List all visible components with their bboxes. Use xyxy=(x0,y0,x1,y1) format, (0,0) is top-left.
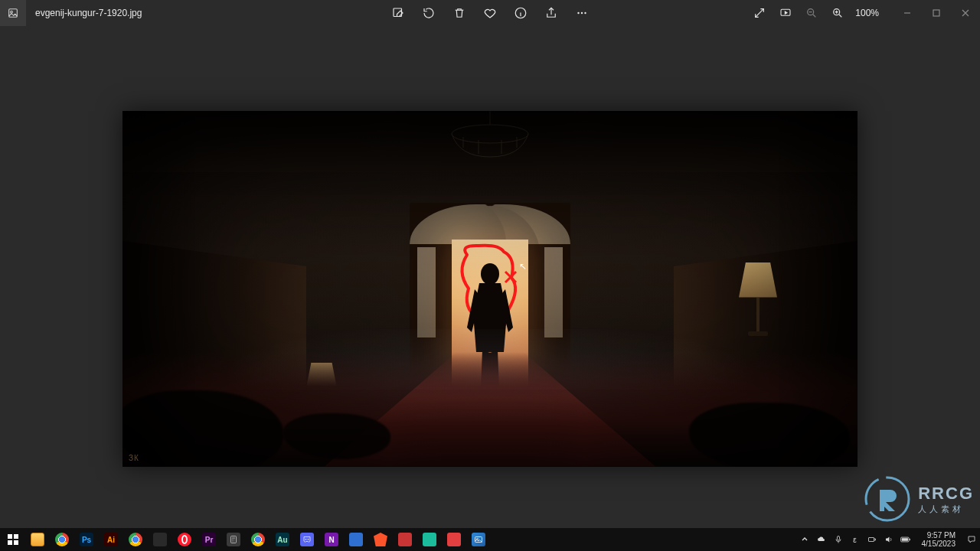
system-tray: ε 9:57 PM 4/15/2023 xyxy=(799,531,978,548)
taskbar-item-photos[interactable] xyxy=(469,530,488,549)
taskbar-item-discord[interactable] xyxy=(297,530,317,549)
fullscreen-icon[interactable] xyxy=(751,5,768,21)
chandelier-decoration xyxy=(429,111,551,172)
taskbar-item-app-red-2[interactable] xyxy=(444,530,464,549)
clock[interactable]: 9:57 PM 4/15/2023 xyxy=(922,531,956,548)
svg-rect-15 xyxy=(8,534,12,539)
window-controls xyxy=(893,2,980,24)
svg-point-6 xyxy=(584,12,586,14)
taskbar-item-app-red-1[interactable] xyxy=(395,530,415,549)
svg-rect-16 xyxy=(14,534,18,539)
tray-network-icon[interactable] xyxy=(867,534,877,545)
titlebar: evgenij-kungur-7-1920.jpg xyxy=(0,0,980,26)
foreground-shapes xyxy=(122,383,858,467)
svg-point-5 xyxy=(581,12,583,14)
tray-volume-icon[interactable] xyxy=(884,534,894,545)
filename-label: evgenij-kungur-7-1920.jpg xyxy=(35,8,142,18)
favorite-icon[interactable] xyxy=(482,5,498,21)
taskbar-item-onenote[interactable]: N xyxy=(322,530,341,549)
close-button[interactable] xyxy=(951,2,980,24)
taskbar-item-app-blue-1[interactable] xyxy=(346,530,366,549)
svg-rect-10 xyxy=(933,10,939,16)
taskbar-item-calculator[interactable] xyxy=(224,530,243,549)
svg-rect-25 xyxy=(909,539,910,540)
edit-icon[interactable] xyxy=(390,5,407,21)
svg-rect-17 xyxy=(8,540,12,545)
taskbar-item-chrome-1[interactable] xyxy=(52,530,72,549)
date-label: 4/15/2023 xyxy=(922,540,956,548)
app-icon[interactable] xyxy=(0,0,26,26)
taskbar-item-chrome-2[interactable] xyxy=(126,530,145,549)
taskbar-item-app-dark-1[interactable] xyxy=(150,530,170,549)
info-icon[interactable] xyxy=(512,5,529,21)
svg-rect-23 xyxy=(868,538,874,542)
center-toolbar xyxy=(390,0,590,26)
photo-viewer-window: evgenij-kungur-7-1920.jpg xyxy=(0,0,980,551)
tray-mic-icon[interactable] xyxy=(833,534,844,545)
svg-rect-22 xyxy=(837,536,839,541)
rotate-icon[interactable] xyxy=(420,5,437,21)
minimize-button[interactable] xyxy=(893,2,922,24)
tray-notifications-icon[interactable] xyxy=(966,534,977,545)
taskbar-item-opera[interactable] xyxy=(175,530,194,549)
svg-point-12 xyxy=(481,263,499,285)
zoom-in-icon[interactable] xyxy=(829,5,846,21)
taskbar-item-chrome-3[interactable] xyxy=(248,530,268,549)
svg-point-4 xyxy=(577,12,579,14)
taskbar-item-audition[interactable]: Au xyxy=(273,530,292,549)
zoom-out-icon[interactable] xyxy=(803,5,820,21)
taskbar: PsAiPrAuN ε 9:57 PM 4/15/2023 xyxy=(0,528,980,551)
tray-lang-icon[interactable]: ε xyxy=(850,534,861,545)
svg-rect-26 xyxy=(901,538,907,541)
zoom-level-label: 100% xyxy=(855,8,879,18)
taskbar-item-file-explorer[interactable] xyxy=(28,530,47,549)
svg-rect-0 xyxy=(9,9,18,18)
canvas-area[interactable]: ЗК ↖ xyxy=(0,26,980,551)
maximize-button[interactable] xyxy=(922,2,951,24)
start-button[interactable] xyxy=(3,530,23,549)
share-icon[interactable] xyxy=(543,5,560,21)
more-icon[interactable] xyxy=(573,5,590,21)
right-toolbar: 100% xyxy=(751,0,980,26)
taskbar-item-illustrator[interactable]: Ai xyxy=(101,530,121,549)
tray-onedrive-icon[interactable] xyxy=(816,534,827,545)
taskbar-item-photoshop[interactable]: Ps xyxy=(77,530,96,549)
taskbar-item-app-teal-1[interactable] xyxy=(420,530,439,549)
taskbar-item-brave[interactable] xyxy=(371,530,390,549)
time-label: 9:57 PM xyxy=(922,531,956,540)
tray-chevron-icon[interactable] xyxy=(799,534,810,545)
tray-battery-icon[interactable] xyxy=(900,534,911,545)
delete-icon[interactable] xyxy=(451,5,468,21)
svg-rect-18 xyxy=(14,540,18,545)
slideshow-icon[interactable] xyxy=(777,5,794,21)
artwork-signature: ЗК xyxy=(129,454,139,462)
displayed-image: ЗК ↖ xyxy=(122,111,858,467)
taskbar-item-premiere[interactable]: Pr xyxy=(199,530,219,549)
svg-point-1 xyxy=(11,11,13,13)
